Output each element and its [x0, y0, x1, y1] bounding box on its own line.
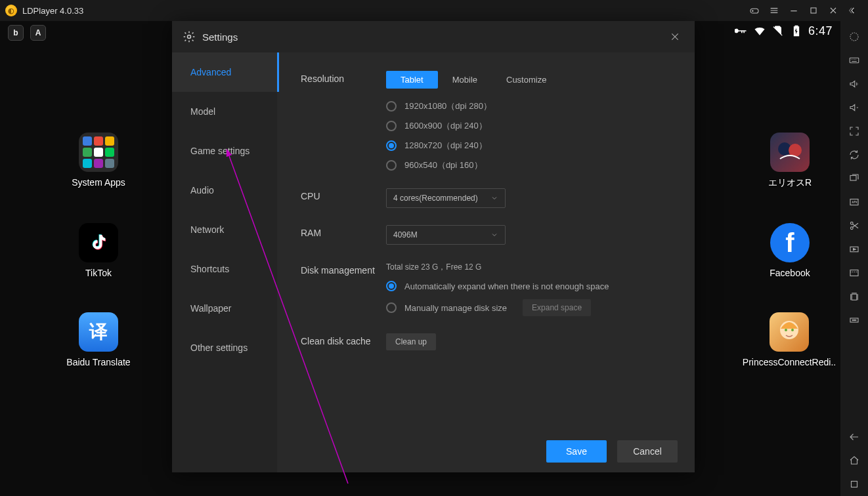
shortcut-b-icon[interactable]: b [8, 25, 24, 41]
gear-icon [183, 30, 196, 43]
segment-mobile[interactable]: Mobile [438, 71, 492, 89]
sidenav-label: Wallpaper [190, 303, 232, 314]
minimize-button[interactable] [784, 1, 804, 20]
disk-option-auto[interactable]: Automatically expand when there is not e… [386, 281, 671, 291]
maximize-button[interactable] [804, 1, 823, 20]
select-value: 4 cores(Recommended) [393, 194, 478, 203]
desktop-icon-baidu-translate[interactable]: 译 Baidu Translate [66, 312, 131, 367]
cancel-button[interactable]: Cancel [617, 440, 678, 463]
row-resolution: Resolution Tablet Mobile Customize 1920x… [301, 71, 671, 171]
settings-panel: Resolution Tablet Mobile Customize 1920x… [277, 52, 695, 430]
disk-label: Disk management [301, 262, 386, 316]
desktop: 6:47 b A System Apps TikTok 译 Baidu Tran… [0, 21, 840, 496]
top-left-shortcuts: b A [8, 25, 46, 41]
ram-label: RAM [301, 225, 386, 245]
gamepad-icon[interactable] [745, 1, 764, 20]
sidenav-item-audio[interactable]: Audio [172, 171, 277, 210]
sidenav-item-game-settings[interactable]: Game settings [172, 131, 277, 171]
radio-label: Automatically expand when there is not e… [404, 281, 609, 291]
segment-tablet[interactable]: Tablet [386, 71, 438, 89]
fullscreen-icon[interactable] [840, 119, 868, 143]
dialog-title: Settings [202, 31, 238, 43]
desktop-icon-princess-connect[interactable]: PrincessConnectRedi.. [737, 312, 842, 367]
clean-label: Clean disk cache [301, 333, 386, 350]
volume-down-icon[interactable] [840, 96, 868, 119]
sidenav-label: Model [190, 106, 215, 117]
apk-install-icon[interactable] [840, 190, 868, 214]
dialog-footer: Save Cancel [277, 430, 695, 472]
svg-point-9 [850, 33, 858, 41]
right-toolbar [840, 21, 868, 496]
settings-sidenav: Advanced Model Game settings Audio Netwo… [172, 52, 277, 472]
svg-point-6 [791, 329, 794, 331]
sidenav-item-wallpaper[interactable]: Wallpaper [172, 289, 277, 328]
row-cpu: CPU 4 cores(Recommended) [301, 188, 671, 208]
dialog-header: Settings [172, 21, 695, 52]
chevron-down-icon [490, 231, 498, 239]
desktop-icon-facebook[interactable]: f Facebook [754, 223, 826, 278]
ram-select[interactable]: 4096M [386, 225, 506, 245]
svg-point-7 [188, 35, 191, 39]
sidenav-label: Shortcuts [190, 264, 229, 274]
svg-point-14 [850, 227, 853, 230]
sidenav-label: Other settings [190, 342, 248, 353]
dialog-close-button[interactable] [666, 28, 684, 46]
settings-dialog: Settings Advanced Model Game settings Au… [172, 21, 695, 472]
titlebar: ◐ LDPlayer 4.0.33 [0, 0, 868, 21]
clean-up-button[interactable]: Clean up [386, 333, 436, 350]
volume-up-icon[interactable] [840, 72, 868, 96]
close-button[interactable] [823, 1, 843, 20]
shortcut-a-icon[interactable]: A [30, 25, 46, 41]
keyboard-icon[interactable] [840, 49, 868, 72]
wifi-icon [753, 24, 766, 37]
segment-customize[interactable]: Customize [492, 71, 561, 89]
desktop-icon-label: Facebook [754, 268, 826, 278]
back-icon[interactable] [840, 425, 868, 449]
scissors-icon[interactable] [840, 214, 868, 238]
recent-apps-icon[interactable] [840, 472, 868, 496]
disk-info: Total size 23 G，Free 12 G [386, 262, 671, 273]
settings-gear-icon[interactable] [840, 25, 868, 49]
no-sim-icon [771, 24, 785, 37]
cpu-label: CPU [301, 188, 386, 208]
select-value: 4096M [393, 230, 418, 239]
disk-option-manual[interactable]: Manually manage disk size Expand space [386, 299, 671, 316]
resolution-option-1920[interactable]: 1920x1080（dpi 280） [386, 100, 671, 112]
sidenav-label: Advanced [190, 67, 231, 77]
resolution-option-960[interactable]: 960x540（dpi 160） [386, 159, 671, 171]
vpn-key-icon [735, 24, 748, 37]
clone-icon[interactable] [840, 285, 868, 308]
sync-icon[interactable] [840, 143, 868, 167]
svg-point-5 [785, 329, 787, 331]
screenshot-icon[interactable] [840, 261, 868, 285]
save-button[interactable]: Save [546, 440, 607, 463]
svg-point-20 [854, 320, 854, 320]
app-logo-icon: ◐ [5, 5, 17, 16]
svg-point-21 [856, 320, 856, 320]
sidenav-item-shortcuts[interactable]: Shortcuts [172, 249, 277, 289]
sidenav-item-other-settings[interactable]: Other settings [172, 328, 277, 367]
collapse-sidebar-icon[interactable] [843, 1, 863, 20]
expand-space-button[interactable]: Expand space [523, 299, 591, 316]
cpu-select[interactable]: 4 cores(Recommended) [386, 188, 506, 208]
record-icon[interactable] [840, 238, 868, 261]
more-icon[interactable] [840, 308, 868, 332]
menu-icon[interactable] [764, 1, 784, 20]
svg-rect-0 [750, 9, 758, 13]
resolution-option-1600[interactable]: 1600x900（dpi 240） [386, 120, 671, 132]
multi-instance-icon[interactable] [840, 167, 868, 190]
desktop-icon-tiktok[interactable]: TikTok [66, 223, 131, 278]
radio-label: 960x540（dpi 160） [404, 159, 483, 171]
desktop-icon-elios[interactable]: エリオスR [754, 133, 826, 189]
resolution-label: Resolution [301, 71, 386, 171]
desktop-icon-system-apps[interactable]: System Apps [66, 133, 131, 188]
home-icon[interactable] [840, 449, 868, 472]
resolution-option-1280[interactable]: 1280x720（dpi 240） [386, 140, 671, 152]
sidenav-item-model[interactable]: Model [172, 92, 277, 131]
radio-label: 1280x720（dpi 240） [404, 140, 487, 152]
desktop-icon-label: TikTok [66, 268, 131, 278]
row-disk: Disk management Total size 23 G，Free 12 … [301, 262, 671, 316]
sidenav-item-advanced[interactable]: Advanced [172, 52, 277, 92]
sidenav-item-network[interactable]: Network [172, 210, 277, 249]
sidenav-label: Audio [190, 185, 214, 196]
